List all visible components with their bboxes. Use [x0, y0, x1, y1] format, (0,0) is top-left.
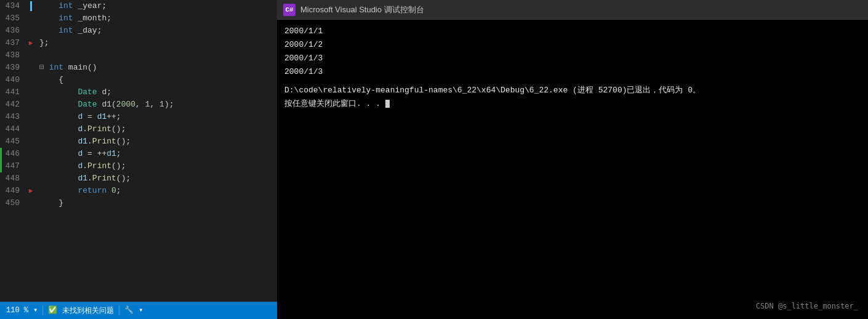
console-output-line: 2000/1/3 [284, 52, 861, 65]
code-line: 436 int _day; [0, 25, 277, 37]
line-content: d = d1++; [37, 111, 277, 123]
status-bar: 110 % ▾ ✅ 未找到相关问题 🔧 ▾ [0, 302, 277, 319]
change-bar [0, 148, 2, 160]
line-content: d1.Print(); [37, 135, 277, 148]
line-number: 434 [0, 0, 25, 12]
console-prompt-line: 按任意键关闭此窗口. . . [284, 97, 861, 111]
line-number: 444 [0, 123, 25, 135]
code-line: 444 d.Print(); [0, 123, 277, 135]
squiggle-indicator [30, 1, 32, 11]
console-vs-icon: C# [283, 4, 295, 16]
line-content: { [37, 74, 277, 86]
line-content [37, 49, 277, 62]
line-content: ⊟ int main() [37, 62, 277, 74]
status-icon: ✅ [48, 304, 57, 317]
debug-console: C# Microsoft Visual Studio 调试控制台 2000/1/… [277, 0, 868, 319]
code-line: 445 d1.Print(); [0, 135, 277, 148]
line-gutter: ▶ [25, 37, 37, 49]
line-number: 435 [0, 12, 25, 25]
line-number: 447 [0, 160, 25, 172]
line-content: Date d; [37, 86, 277, 99]
code-line: 443 d = d1++; [0, 111, 277, 123]
code-line: 440 { [0, 74, 277, 86]
line-number: 438 [0, 49, 25, 62]
line-number: 450 [0, 197, 25, 209]
line-content: } [37, 197, 277, 209]
line-number: 446 [0, 148, 25, 160]
console-title-bar: C# Microsoft Visual Studio 调试控制台 [277, 0, 868, 20]
line-content: int _year; [37, 0, 277, 12]
line-content: int _day; [37, 25, 277, 37]
console-output-line: 2000/1/1 [284, 25, 861, 38]
line-number: 445 [0, 135, 25, 148]
line-number: 443 [0, 111, 25, 123]
code-line: 435 int _month; [0, 12, 277, 25]
line-number: 449 [0, 185, 25, 197]
code-line: 450 } [0, 197, 277, 209]
code-lines: 434 int _year;435 int _month;436 int _da… [0, 0, 277, 319]
watermark: CSDN @s_little_monster_ [756, 299, 858, 313]
code-line: 448 d1.Print(); [0, 172, 277, 185]
status-label: 未找到相关问题 [62, 304, 114, 317]
code-line: 441 Date d; [0, 86, 277, 99]
breakpoint-arrow: ▶ [29, 185, 33, 197]
code-line: 449▶ return 0; [0, 185, 277, 197]
change-bar [0, 160, 2, 172]
code-line: 437▶}; [0, 37, 277, 49]
line-content: d.Print(); [37, 123, 277, 135]
zoom-level[interactable]: 110 % [6, 304, 28, 317]
line-number: 437 [0, 37, 25, 49]
console-output-line: 2000/1/2 [284, 38, 861, 52]
line-number: 441 [0, 86, 25, 99]
line-number: 439 [0, 62, 25, 74]
line-content: Date d1(2000, 1, 1); [37, 99, 277, 111]
line-gutter [25, 1, 37, 11]
line-content: }; [37, 37, 277, 49]
line-content: d1.Print(); [37, 172, 277, 185]
zoom-dropdown-icon[interactable]: ▾ [33, 304, 38, 317]
code-line: 442 Date d1(2000, 1, 1); [0, 99, 277, 111]
console-title: Microsoft Visual Studio 调试控制台 [300, 4, 424, 15]
code-line: 447 d.Print(); [0, 160, 277, 172]
line-content: return 0; [37, 185, 277, 197]
line-number: 442 [0, 99, 25, 111]
console-path-line: D:\code\relatively-meaningful-names\6_22… [284, 84, 861, 97]
line-gutter: ▶ [25, 185, 37, 197]
dropdown-icon[interactable]: ▾ [139, 304, 143, 317]
wrench-icon[interactable]: 🔧 [124, 304, 134, 317]
line-content: d = ++d1; [37, 148, 277, 160]
console-output-line: 2000/1/3 [284, 65, 861, 79]
code-line: 439⊟ int main() [0, 62, 277, 74]
breakpoint-arrow: ▶ [29, 37, 33, 49]
code-line: 438 [0, 49, 277, 62]
console-body[interactable]: 2000/1/12000/1/22000/1/32000/1/3D:\code\… [277, 20, 868, 319]
line-content: int _month; [37, 12, 277, 25]
line-number: 436 [0, 25, 25, 37]
line-number: 440 [0, 74, 25, 86]
console-cursor [385, 100, 390, 108]
line-content: d.Print(); [37, 160, 277, 172]
code-line: 446 d = ++d1; [0, 148, 277, 160]
code-line: 434 int _year; [0, 0, 277, 12]
status-left: 110 % ▾ ✅ 未找到相关问题 🔧 ▾ [6, 304, 143, 317]
line-number: 448 [0, 172, 25, 185]
code-editor: 434 int _year;435 int _month;436 int _da… [0, 0, 277, 319]
